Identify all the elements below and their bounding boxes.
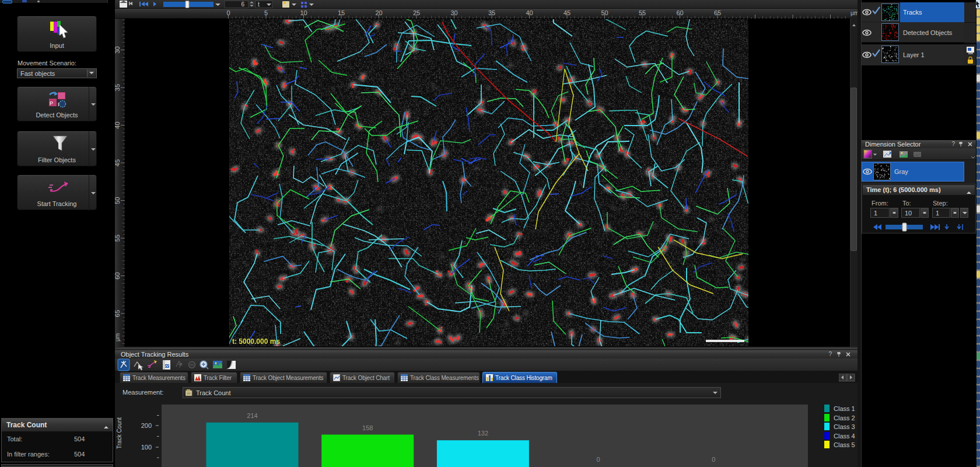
svg-text:50: 50: [115, 197, 121, 204]
svg-text:55: 55: [639, 9, 646, 16]
svg-text:30: 30: [115, 46, 121, 53]
svg-text:5: 5: [264, 9, 268, 16]
svg-text:132: 132: [478, 430, 488, 437]
svg-text:P: P: [50, 100, 53, 106]
svg-text:μm: μm: [115, 333, 121, 341]
svg-text:55: 55: [115, 235, 121, 242]
svg-text:50: 50: [601, 9, 608, 16]
svg-text:30: 30: [450, 9, 457, 16]
svg-text:0: 0: [226, 9, 230, 16]
svg-text:60: 60: [115, 272, 121, 279]
svg-text:0: 0: [712, 456, 715, 463]
svg-text:65: 65: [115, 310, 121, 317]
svg-text:60: 60: [676, 9, 683, 16]
svg-text:t: t: [258, 1, 260, 8]
svg-text:6: 6: [241, 1, 244, 8]
svg-text:0: 0: [597, 456, 600, 463]
svg-text:20: 20: [375, 9, 382, 16]
svg-text:25: 25: [413, 9, 420, 16]
svg-text:15: 15: [338, 9, 345, 16]
svg-text:65: 65: [714, 9, 721, 16]
svg-text:t: 5000.000 ms: t: 5000.000 ms: [232, 337, 280, 346]
svg-text:45: 45: [115, 159, 121, 166]
svg-text:100: 100: [141, 444, 152, 451]
svg-text:35: 35: [115, 84, 121, 91]
svg-text:35: 35: [488, 9, 495, 16]
svg-text:40: 40: [115, 121, 121, 128]
svg-text:45: 45: [564, 9, 570, 16]
svg-text:214: 214: [247, 412, 257, 419]
svg-text:10: 10: [300, 9, 307, 16]
svg-text:40: 40: [526, 9, 533, 16]
svg-text:158: 158: [362, 424, 373, 431]
svg-text:200: 200: [141, 422, 152, 429]
